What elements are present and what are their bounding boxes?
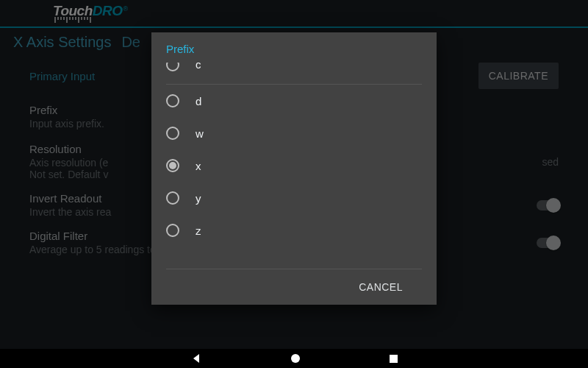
prefix-dialog: Prefix cdwxyz CANCEL [151,32,437,305]
option-label: w [196,127,204,140]
option-label: d [196,95,201,107]
prefix-option-y[interactable]: y [166,182,422,214]
radio-icon [166,63,179,71]
prefix-option-w[interactable]: w [166,117,422,149]
screen: TouchDRO® X Axis Settings De Primary Inp… [0,0,588,368]
radio-icon [166,224,179,237]
dialog-option-list: cdwxyz [151,63,437,269]
option-label: c [196,63,201,71]
option-label: x [196,160,201,172]
prefix-option-x[interactable]: x [166,149,422,182]
radio-icon [166,191,179,205]
dialog-actions: CANCEL [166,269,422,305]
cancel-button[interactable]: CANCEL [353,278,409,296]
prefix-option-z[interactable]: z [166,214,422,247]
nav-home-icon[interactable] [290,353,301,364]
android-navbar [0,349,588,368]
prefix-option-c[interactable]: c [166,63,422,85]
radio-icon [166,94,179,107]
prefix-option-d[interactable]: d [166,85,422,117]
nav-back-icon[interactable] [190,353,202,364]
svg-rect-14 [390,355,398,363]
nav-recent-icon[interactable] [389,354,398,364]
option-label: y [196,192,201,205]
svg-point-13 [291,354,300,363]
radio-icon [166,159,179,172]
dialog-title: Prefix [151,32,437,63]
radio-icon [166,127,179,140]
option-label: z [196,224,201,237]
